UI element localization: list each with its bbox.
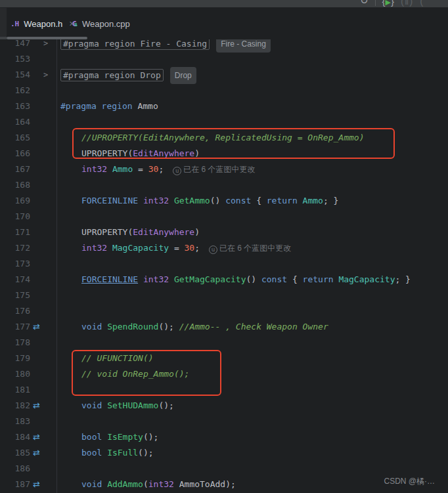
code-line-text[interactable]: bool IsFull(); (60, 445, 448, 461)
code-line-text[interactable]: #pragma region Fire - CasingFire - Casin… (60, 39, 448, 53)
code-token: FORCEINLINE (81, 274, 138, 284)
code-token: { (251, 196, 266, 205)
code-token: ( (143, 479, 148, 489)
editor-row: 184⇄bool IsEmpty(); (0, 429, 448, 445)
code-line-text[interactable]: int32 MagCapacity = 30;u已在 6 个蓝图中更改 (60, 240, 448, 256)
tab-weapon-cpp[interactable]: C⇅ Weapon.cpp (72, 8, 130, 39)
editor-row: 167int32 Ammo = 30;u已在 6 个蓝图中更改 (0, 161, 448, 177)
sync-arrows-icon[interactable]: ⇄ (33, 398, 40, 414)
fold-arrow-icon[interactable]: > (43, 67, 48, 83)
editor-row: 186 (0, 461, 448, 477)
code-token: 30 (148, 164, 159, 174)
line-number: 168 (7, 177, 30, 193)
code-token: () (246, 274, 261, 284)
line-number: 162 (7, 83, 30, 98)
code-token: ); (225, 479, 236, 489)
sync-arrows-icon[interactable]: ⇄ (33, 445, 40, 461)
code-token (298, 196, 303, 205)
code-token: MagCapacity (338, 274, 395, 284)
code-line-text[interactable]: FORCEINLINE int32 GetMagCapacity() const… (60, 272, 448, 288)
editor-row: 178 (0, 335, 448, 351)
line-number: 180 (7, 366, 30, 382)
sync-refresh-icon[interactable]: ↻ (360, 0, 369, 7)
toolbar-divider (375, 0, 376, 6)
code-line-text[interactable]: #pragma region DropDrop (60, 67, 448, 84)
line-number: 181 (7, 382, 30, 398)
code-token: int32 (143, 196, 169, 205)
code-token: () (210, 196, 225, 205)
code-token: #pragma region Drop (63, 70, 161, 80)
code-token: GetMagCapacity (174, 274, 246, 284)
code-token: UPROPERTY( (81, 227, 133, 237)
code-token (138, 196, 143, 205)
sync-arrows-icon[interactable]: ⇄ (33, 429, 40, 445)
code-token: { (287, 274, 302, 284)
code-token (107, 164, 112, 174)
sync-arrows-icon[interactable]: ⇄ (33, 477, 40, 492)
code-line-text[interactable]: bool IsEmpty(); (60, 429, 448, 445)
code-token: void (81, 400, 102, 410)
line-number: 164 (7, 114, 30, 130)
code-token: //UPROPERTY(EditAnywhere, ReplicatedUsin… (81, 133, 364, 142)
code-token: 30 (185, 243, 195, 253)
editor-row: 166UPROPERTY(EditAnywhere) (0, 146, 448, 161)
code-token: = (133, 164, 148, 174)
editor-row: 154>#pragma region DropDrop (0, 67, 448, 83)
code-token: int32 (148, 479, 174, 489)
line-number: 169 (7, 193, 30, 209)
collapsed-region-chip[interactable]: Fire - Casing (216, 39, 271, 53)
code-line-text[interactable]: //UPROPERTY(EditAnywhere, ReplicatedUsin… (60, 130, 448, 146)
code-line-text[interactable]: // UFUNCTION() (60, 351, 448, 366)
line-number: 174 (7, 272, 30, 288)
line-number: 178 (7, 335, 30, 351)
toolbar-icon-group: ↻ {▶} (‖) ( (360, 0, 424, 7)
tab-label: Weapon.cpp (82, 19, 130, 29)
line-number: 171 (7, 225, 30, 240)
code-editor[interactable]: 147>#pragma region Fire - CasingFire - C… (0, 39, 448, 493)
code-token (102, 479, 107, 489)
code-token: Ammo (112, 164, 133, 174)
code-token: int32 (81, 243, 107, 253)
code-line-text[interactable]: int32 Ammo = 30;u已在 6 个蓝图中更改 (60, 161, 448, 177)
collapsed-region-outline[interactable]: #pragma region Fire - Casing (60, 39, 210, 50)
code-line-text[interactable]: void SpendRound(); //Ammo-- , Check Weap… (60, 319, 448, 335)
line-number: 186 (7, 461, 30, 477)
sync-arrows-icon[interactable]: ⇄ (33, 319, 40, 335)
fold-arrow-icon[interactable]: > (43, 39, 48, 51)
code-token: ; (194, 243, 200, 253)
code-token: Ammo (303, 196, 323, 205)
editor-row: 153 (0, 51, 448, 67)
editor-row: 168 (0, 177, 448, 193)
collapsed-region-chip[interactable]: Drop (170, 67, 196, 84)
code-token: return (303, 274, 334, 284)
editor-tab-bar: .H Weapon.h × C⇅ Weapon.cpp (0, 8, 448, 40)
code-line-text[interactable]: FORCEINLINE int32 GetAmmo() const { retu… (60, 193, 448, 209)
code-line-text[interactable]: UPROPERTY(EditAnywhere) (60, 146, 448, 161)
code-token: //Ammo-- , Check Weapon Owner (179, 322, 328, 332)
line-number: 185 (7, 445, 30, 461)
tab-label: Weapon.h (24, 19, 62, 29)
tab-weapon-h[interactable]: .H Weapon.h × (11, 8, 74, 39)
code-token: AmmoToAdd (179, 479, 225, 489)
line-number: 167 (7, 161, 30, 177)
code-token: AddAmmo (107, 479, 143, 489)
blueprint-change-hint[interactable]: u已在 6 个蓝图中更改 (173, 165, 255, 174)
code-line-text[interactable]: // void OnRep_Ammo(); (60, 366, 448, 382)
code-token: int32 (81, 164, 107, 174)
line-number: 153 (7, 51, 30, 67)
code-line-text[interactable]: UPROPERTY(EditAnywhere) (60, 225, 448, 240)
editor-row: 162 (0, 83, 448, 98)
collapsed-region-outline[interactable]: #pragma region Drop (60, 69, 164, 81)
line-number: 182 (7, 398, 30, 414)
code-token (174, 479, 179, 489)
code-line-text[interactable]: #pragma region Ammo (60, 98, 448, 114)
code-token: ; (158, 164, 164, 174)
blueprint-change-hint[interactable]: u已在 6 个蓝图中更改 (209, 244, 291, 253)
line-number: 170 (7, 209, 30, 225)
editor-row: 182⇄void SetHUDAmmo(); (0, 398, 448, 414)
code-line-text[interactable]: void SetHUDAmmo(); (60, 398, 448, 414)
build-run-icon[interactable]: {▶} (382, 0, 395, 7)
code-token (169, 274, 174, 284)
editor-row: 172int32 MagCapacity = 30;u已在 6 个蓝图中更改 (0, 240, 448, 256)
code-token: (); (158, 400, 173, 410)
